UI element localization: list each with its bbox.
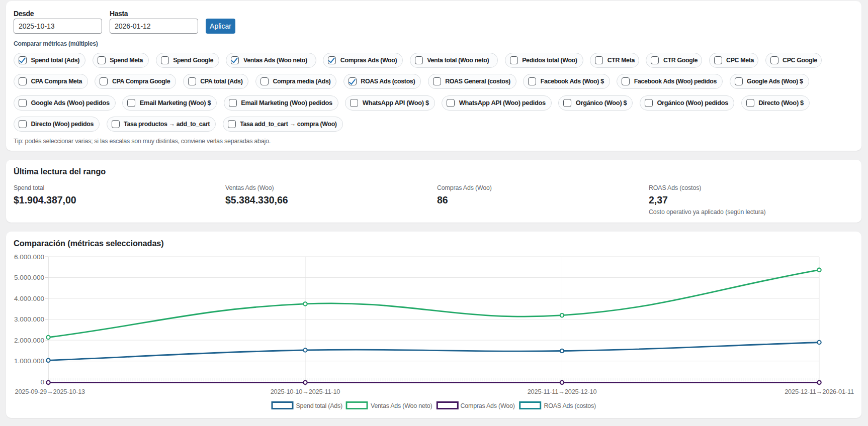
svg-text:1.000.000: 1.000.000 <box>14 357 44 365</box>
svg-text:2025-10-10→2025-11-10: 2025-10-10→2025-11-10 <box>271 388 340 395</box>
svg-text:2025-11-11→2025-12-10: 2025-11-11→2025-12-10 <box>528 388 597 395</box>
svg-text:Ventas Ads (Woo neto): Ventas Ads (Woo neto) <box>371 402 432 409</box>
svg-text:0: 0 <box>40 378 44 386</box>
svg-text:3.000.000: 3.000.000 <box>14 315 44 323</box>
svg-text:2.000.000: 2.000.000 <box>14 337 44 344</box>
svg-text:4.000.000: 4.000.000 <box>14 295 44 302</box>
svg-text:ROAS Ads (costos): ROAS Ads (costos) <box>544 402 596 409</box>
svg-text:2025-12-11→2026-01-11: 2025-12-11→2026-01-11 <box>785 388 854 395</box>
svg-text:6.000.000: 6.000.000 <box>14 253 44 261</box>
svg-text:5.000.000: 5.000.000 <box>14 274 44 281</box>
svg-text:2025-09-29→2025-10-13: 2025-09-29→2025-10-13 <box>15 388 85 395</box>
svg-text:Compras Ads (Woo): Compras Ads (Woo) <box>461 402 515 409</box>
svg-text:Spend total (Ads): Spend total (Ads) <box>296 402 342 409</box>
